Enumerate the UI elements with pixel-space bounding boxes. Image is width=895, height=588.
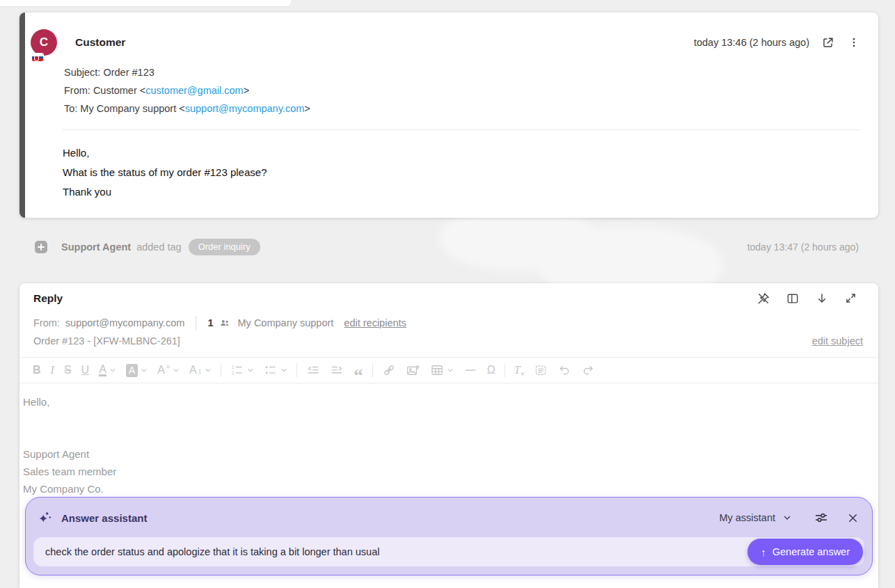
split-view-icon[interactable] <box>786 292 800 305</box>
from-email-link[interactable]: customer@gmail.com <box>145 85 243 96</box>
chevron-down-icon <box>173 367 180 374</box>
generate-answer-label: Generate answer <box>773 546 850 557</box>
assistant-settings-icon[interactable] <box>814 510 829 525</box>
chevron-down-icon <box>782 512 793 523</box>
toolbar-outdent-button[interactable] <box>301 360 325 381</box>
svg-text:2: 2 <box>232 370 235 375</box>
message-header: C Customer today 13:46 (2 hours ago) <box>31 29 860 56</box>
previous-card-edge <box>0 0 291 6</box>
assistant-selector-value: My assistant <box>719 512 775 523</box>
from-label: From: <box>33 317 60 328</box>
arrow-up-icon: ↑ <box>761 546 766 558</box>
toolbar-separator <box>505 363 505 377</box>
editor-line: My Company Co. <box>23 480 864 498</box>
sparkles-icon <box>37 510 52 525</box>
mail-body-line: Hello, <box>63 143 267 163</box>
vertical-divider <box>196 316 196 330</box>
assistant-selector[interactable]: My assistant <box>719 512 793 523</box>
chevron-down-icon <box>247 367 254 374</box>
recipients-icon <box>219 317 231 329</box>
kebab-menu-icon[interactable] <box>848 36 860 49</box>
open-in-new-icon[interactable] <box>821 36 834 49</box>
mail-body-line: Thank you <box>63 182 267 202</box>
chevron-down-icon <box>141 367 148 374</box>
toolbar-text-color-button[interactable]: A <box>94 360 121 381</box>
close-icon[interactable] <box>846 511 860 525</box>
toolbar-insert-image-button[interactable] <box>401 360 425 381</box>
editor-line <box>23 411 864 428</box>
avatar: C <box>31 29 57 56</box>
chevron-down-icon <box>447 367 454 374</box>
edit-subject-link[interactable]: edit subject <box>812 335 863 347</box>
mail-subject-line: Subject: Order #123 <box>64 63 310 81</box>
toolbar-ordered-list-button[interactable]: 12 <box>225 360 259 381</box>
message-timestamp: today 13:46 (2 hours ago) <box>694 37 809 48</box>
assistant-input-row: ↑ Generate answer <box>33 537 864 566</box>
editor-line <box>23 428 864 445</box>
assistant-prompt-input[interactable] <box>33 537 864 566</box>
chevron-down-icon <box>205 367 212 374</box>
svg-text:1: 1 <box>232 365 235 370</box>
ticket-event-row: Support Agent added tag Order inquiry to… <box>35 237 859 257</box>
answer-assistant-panel: Answer assistant My assistant ↑ Generate… <box>25 497 873 575</box>
toolbar-redo-button[interactable] <box>576 360 600 381</box>
editor-line: Support Agent <box>23 445 864 463</box>
unpin-icon[interactable] <box>757 292 770 305</box>
recipient-name: My Company support <box>238 317 334 328</box>
chevron-down-icon <box>280 367 287 374</box>
toolbar-insert-table-button[interactable] <box>425 360 459 381</box>
reply-from-email: support@mycompany.com <box>65 317 185 328</box>
toolbar-insert-link-button[interactable] <box>377 360 401 381</box>
editor-toolbar: BISUAAA≡A↕12“ΩT× <box>19 357 878 383</box>
collapse-down-icon[interactable] <box>815 292 829 305</box>
customer-message-card: C Customer today 13:46 (2 hours ago) Sub… <box>19 13 878 218</box>
editor-line: Hello, <box>23 393 864 411</box>
chevron-down-icon <box>109 367 116 374</box>
mail-headers: Subject: Order #123 From: Customer <cust… <box>64 63 310 118</box>
mail-divider <box>63 129 860 130</box>
mail-from-line: From: Customer <customer@gmail.com> <box>64 81 310 100</box>
toolbar-strikethrough-button[interactable]: S <box>59 360 77 381</box>
assistant-title: Answer assistant <box>61 512 147 524</box>
avatar-initial: C <box>40 35 48 49</box>
reply-header-actions <box>757 292 857 305</box>
tag-badge: Order inquiry <box>189 239 260 255</box>
toolbar-separator <box>296 363 297 377</box>
toolbar-font-size-button[interactable]: A↕ <box>184 360 216 381</box>
toolbar-separator <box>372 363 373 377</box>
event-agent-name: Support Agent <box>61 241 131 253</box>
message-accent-bar <box>19 13 25 218</box>
sender-name: Customer <box>75 36 125 49</box>
toolbar-separator <box>221 363 221 377</box>
recipient-count-chip[interactable]: 1 <box>207 317 230 329</box>
toolbar-bullet-list-button[interactable] <box>259 360 292 381</box>
event-timestamp: today 13:47 (2 hours ago) <box>747 241 859 253</box>
tag-added-icon <box>35 241 47 253</box>
mail-body-line: What is the status of my order #123 plea… <box>63 163 267 182</box>
toolbar-horizontal-rule-button[interactable] <box>459 360 482 381</box>
to-email-link[interactable]: support@mycompany.com <box>185 103 305 114</box>
toolbar-select-template-button[interactable] <box>529 360 553 381</box>
toolbar-clear-formatting-button[interactable]: T× <box>509 360 530 381</box>
toolbar-underline-button[interactable]: U <box>77 360 95 381</box>
slovakia-flag-icon <box>32 54 43 61</box>
assistant-header: Answer assistant My assistant <box>37 504 860 532</box>
edit-recipients-link[interactable]: edit recipients <box>344 317 406 328</box>
toolbar-blockquote-button[interactable]: “ <box>349 360 368 381</box>
toolbar-indent-button[interactable] <box>325 360 349 381</box>
recipient-count: 1 <box>207 317 213 328</box>
expand-icon[interactable] <box>844 292 857 305</box>
toolbar-italic-button[interactable]: I <box>46 360 59 381</box>
reply-from-row: From: support@mycompany.com 1 My Company… <box>33 316 406 330</box>
toolbar-highlight-color-button[interactable]: A <box>121 360 152 381</box>
mail-body: Hello,What is the status of my order #12… <box>63 143 267 202</box>
toolbar-undo-button[interactable] <box>553 360 576 381</box>
toolbar-bold-button[interactable]: B <box>28 360 46 381</box>
editor-line: Sales team member <box>23 463 864 480</box>
reply-title: Reply <box>33 292 63 305</box>
mail-to-line: To: My Company support <support@mycompan… <box>64 100 310 118</box>
toolbar-special-characters-button[interactable]: Ω <box>482 360 500 381</box>
generate-answer-button[interactable]: ↑ Generate answer <box>747 539 863 565</box>
event-action-text: added tag <box>136 241 182 253</box>
toolbar-font-family-button[interactable]: A≡ <box>152 360 184 381</box>
